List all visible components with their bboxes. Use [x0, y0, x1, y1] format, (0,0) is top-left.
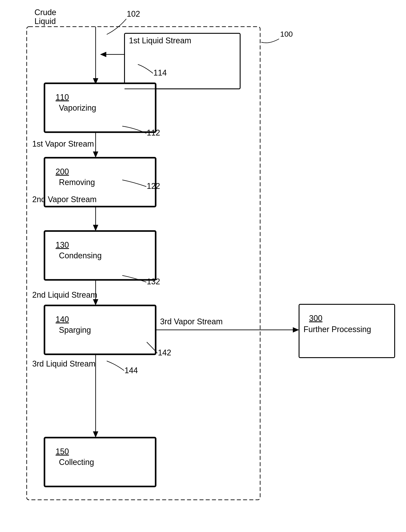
crude-liquid-label: Crude: [35, 8, 56, 17]
ref-122: 122: [147, 182, 160, 191]
vapor2-arrowhead: [93, 225, 98, 231]
second-vapor-label: 2nd Vapor Stream: [32, 195, 97, 204]
first-liquid-stream-label: 1st Liquid Stream: [129, 36, 191, 45]
collecting-label: Collecting: [59, 458, 94, 467]
liquid2-arrowhead: [93, 299, 98, 305]
vapor3-arrowhead: [293, 327, 299, 333]
ref-144-line: [107, 361, 124, 371]
ref-130: 130: [56, 240, 69, 249]
ref-140: 140: [56, 315, 69, 324]
removing-label: Removing: [59, 178, 95, 187]
vaporizing-label: Vaporizing: [59, 103, 96, 112]
liquid3-arrowhead: [93, 431, 98, 438]
ref-100: 100: [280, 30, 293, 38]
ref-144: 144: [124, 366, 138, 375]
sparging-label: Sparging: [59, 325, 91, 335]
first-vapor-label: 1st Vapor Stream: [32, 139, 94, 148]
ref-132: 132: [147, 277, 160, 286]
ref-150: 150: [56, 447, 69, 456]
third-vapor-label: 3rd Vapor Stream: [160, 317, 223, 326]
condensing-label: Condensing: [59, 251, 102, 260]
ref-100-line: [261, 39, 279, 43]
further-processing-label: Further Processing: [304, 325, 371, 334]
ref-102: 102: [127, 9, 140, 18]
ref-114: 114: [153, 68, 167, 77]
ref-300: 300: [309, 314, 322, 323]
ref-200: 200: [56, 167, 69, 176]
ref-112: 112: [147, 128, 160, 137]
vapor1-arrowhead: [93, 152, 98, 158]
second-liquid-label: 2nd Liquid Stream: [32, 290, 97, 299]
ref-142: 142: [158, 348, 171, 357]
crude-liquid-label2: Liquid: [35, 17, 56, 26]
ref-110: 110: [56, 93, 69, 102]
diagram-container: 100 Crude Liquid 102 1st Liquid Stream 1…: [0, 0, 406, 532]
first-liquid-arrowhead: [100, 52, 106, 57]
third-liquid-label: 3rd Liquid Stream: [32, 359, 95, 368]
